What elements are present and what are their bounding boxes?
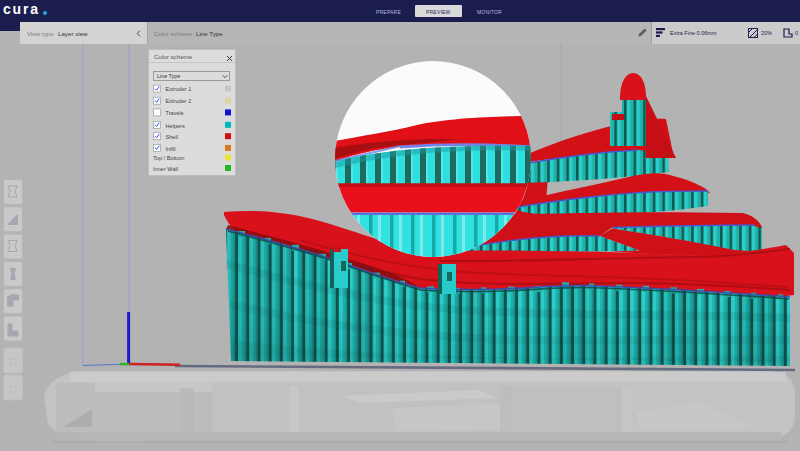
svg-text:Inner Wall: Inner Wall: [153, 166, 178, 172]
svg-text:Shell: Shell: [166, 134, 178, 140]
svg-text:Top / Bottom: Top / Bottom: [153, 155, 185, 161]
svg-text:Infill: Infill: [166, 146, 176, 152]
svg-text:Extruder 2: Extruder 2: [166, 98, 192, 104]
svg-text:Helpers: Helpers: [166, 123, 185, 129]
svg-text:Travels: Travels: [166, 110, 184, 116]
svg-text:Extruder 1: Extruder 1: [166, 86, 192, 92]
